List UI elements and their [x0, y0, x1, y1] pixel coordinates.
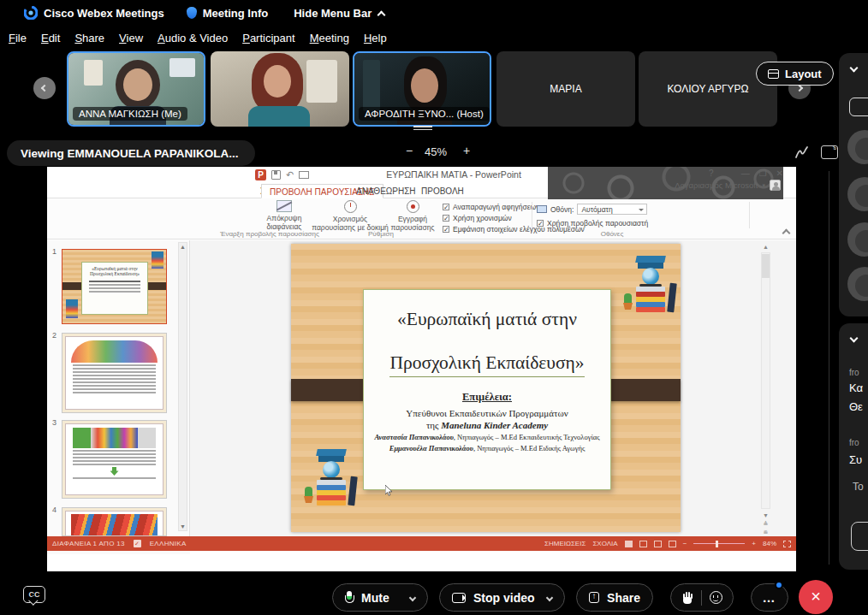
participant-video-2[interactable] [211, 51, 349, 127]
slide-number: 4 [52, 506, 56, 514]
record-slideshow-button[interactable]: Εγγραφήπαρουσίασης [388, 200, 437, 232]
slideshow-icon[interactable] [299, 171, 309, 179]
chevron-down-icon[interactable] [409, 594, 416, 600]
minimize-button[interactable]: — [741, 169, 750, 178]
checkbox-presenter-view[interactable]: ✓ Χρήση προβολής παρουσιαστή [537, 219, 648, 228]
books-globe-decoration [624, 249, 677, 328]
meeting-info-button[interactable]: Meeting Info [187, 7, 269, 20]
hide-slide-button[interactable]: Απόκρυψηδιαφάνειας [259, 200, 309, 231]
slide-thumb-1[interactable]: «Ευρωπαϊκή ματιά στην Προσχολική Εκπαίδε… [62, 249, 167, 324]
participant-name-label: ANNA ΜΑΓΚΙΩΣΗ (Me) [73, 107, 187, 121]
chevron-down-icon[interactable] [850, 334, 859, 343]
avatar[interactable] [847, 177, 868, 211]
next-slide-button[interactable]: ≝ [761, 529, 770, 536]
spellcheck-icon[interactable]: ✓ [134, 540, 141, 547]
current-slide[interactable]: «Ευρωπαϊκή ματιά στην Προσχολική Εκπαίδε… [291, 244, 681, 532]
checkbox-icon: ✓ [443, 215, 449, 222]
notes-toggle[interactable]: ΣΗΜΕΙΩΣΕΙΣ [544, 540, 586, 547]
filmstrip-resize-handle[interactable] [413, 126, 432, 131]
chat-message: Συ [849, 453, 862, 466]
fit-to-window-icon[interactable] [783, 541, 791, 547]
ppt-zoom-out[interactable]: − [683, 540, 687, 547]
slide-scrollbar[interactable]: ▲ ▼ ≜ ≝ [761, 242, 771, 538]
ppt-zoom-in[interactable]: + [752, 540, 756, 547]
share-screen-indicator-icon[interactable] [821, 145, 838, 159]
chat-message: Θε [849, 400, 863, 413]
stop-video-button[interactable]: Stop video [439, 583, 565, 612]
monitor-dropdown[interactable]: Αυτόματη [577, 204, 647, 215]
language-indicator[interactable]: ΕΛΛΗΝΙΚΑ [150, 540, 187, 547]
zoom-in-button[interactable]: + [463, 144, 470, 157]
tab-view[interactable]: ΠΡΟΒΟΛΗ [413, 184, 472, 198]
leave-meeting-button[interactable]: × [799, 580, 833, 614]
slide-sorter-view-icon[interactable] [639, 541, 647, 547]
participant-video-host[interactable]: ΑΦΡΟΔΙΤΗ ΞΥΝΟ... (Host) [353, 51, 491, 127]
share-button[interactable]: Share [576, 583, 653, 612]
chevron-right-icon [796, 85, 803, 92]
account-avatar-icon [770, 180, 781, 191]
slide-credit-2: Εμμανουέλα Παπανικολάου, Νηπιαγωγός – M.… [364, 444, 610, 452]
slide-panel-scrollbar[interactable]: ▲ ▼ [178, 242, 187, 531]
clock-icon [344, 200, 357, 213]
mute-button[interactable]: Mute [332, 583, 428, 612]
app-title: Cisco Webex Meetings [44, 7, 164, 20]
restore-button[interactable]: ❐ [759, 169, 767, 178]
participant-video [211, 51, 349, 127]
help-button[interactable]: ? [709, 169, 714, 178]
menu-participant[interactable]: Participant [242, 32, 294, 44]
ppt-zoom-slider[interactable] [693, 543, 745, 545]
slide-thumb-2[interactable] [62, 333, 167, 413]
menu-file[interactable]: File [9, 32, 27, 44]
participant-name-label: ΑΦΡΟΔΙΤΗ ΞΥΝΟ... (Host) [359, 107, 490, 121]
chat-input[interactable] [851, 522, 868, 551]
chevron-down-icon[interactable] [850, 64, 859, 73]
checkbox-use-timings[interactable]: ✓ Χρήση χρονισμών [443, 214, 512, 222]
avatar[interactable] [847, 267, 868, 301]
close-button[interactable]: ✕ [776, 169, 783, 178]
slide-thumb-3[interactable] [62, 420, 167, 499]
slide-subtitle-line1: Υπεύθυνοι Εκπαιδευτικών Προγραμμάτων [364, 408, 610, 418]
closed-captions-button[interactable]: CC [23, 586, 45, 603]
rehearse-timings-button[interactable]: Χρονισμόςπαρουσίασης με δοκιμή [311, 200, 389, 232]
menu-meeting[interactable]: Meeting [310, 32, 349, 44]
raise-hand-icon[interactable] [682, 591, 693, 604]
undo-icon[interactable]: ↶ [286, 170, 294, 180]
slide-thumb-4[interactable] [62, 507, 167, 536]
comments-toggle[interactable]: ΣΧΟΛΙΑ [592, 540, 617, 547]
ppt-account[interactable]: Λογαριασμός Microsoft ▾ [675, 180, 781, 191]
participant-video-anna[interactable]: ANNA ΜΑΓΚΙΩΣΗ (Me) [67, 51, 205, 127]
avatar[interactable] [847, 222, 868, 257]
menu-view[interactable]: View [119, 32, 143, 44]
checkbox-play-narrations[interactable]: ✓ Αναπαραγωγή αφηγήσεων [443, 203, 539, 211]
reading-view-icon[interactable] [654, 541, 662, 547]
stage-divider [829, 171, 829, 565]
reactions-smiley-icon[interactable] [710, 591, 722, 604]
normal-view-icon[interactable] [625, 541, 633, 547]
more-options-button[interactable]: … [751, 583, 788, 612]
menu-edit[interactable]: Edit [41, 32, 60, 44]
filmstrip-prev-button[interactable] [33, 77, 56, 99]
books-globe-decoration [305, 442, 358, 521]
menu-share[interactable]: Share [74, 32, 104, 44]
checkbox-icon: ✓ [443, 226, 449, 233]
collapse-ribbon-icon[interactable] [782, 229, 791, 238]
panel-button[interactable] [849, 98, 868, 116]
participant-tile-maria[interactable]: ΜΑΡΙΑ [496, 51, 635, 127]
chevron-down-icon[interactable] [546, 594, 553, 600]
record-icon [407, 200, 419, 213]
webex-window: Cisco Webex Meetings Meeting Info Hide M… [0, 0, 868, 615]
participant-tile-koliou[interactable]: ΚΟΛΙΟΥ ΑΡΓΥΡΩ [639, 51, 777, 127]
tab-review[interactable]: ΑΝΑΘΕΩΡΗΣΗ [348, 184, 424, 198]
slideshow-view-icon[interactable] [669, 541, 676, 547]
menu-audio-video[interactable]: Audio & Video [158, 32, 228, 44]
save-icon[interactable] [271, 170, 281, 180]
menu-help[interactable]: Help [364, 32, 387, 44]
group-start-slideshow: Έναρξη προβολής παρουσίασης [201, 230, 338, 238]
layout-button[interactable]: Layout [756, 62, 834, 86]
annotate-pen-icon[interactable] [794, 145, 812, 161]
hide-menu-bar-button[interactable]: Hide Menu Bar [294, 7, 384, 20]
previous-slide-button[interactable]: ≜ [761, 521, 770, 528]
ribbon-options-icon[interactable] [723, 170, 732, 177]
avatar[interactable] [847, 130, 868, 164]
zoom-out-button[interactable]: − [406, 144, 413, 157]
